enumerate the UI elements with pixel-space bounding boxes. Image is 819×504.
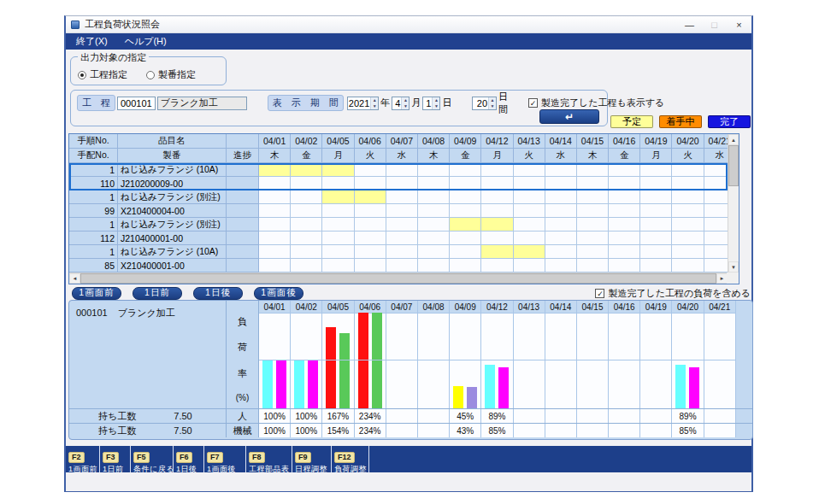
schedule-cell[interactable] bbox=[259, 163, 291, 177]
schedule-cell[interactable] bbox=[609, 259, 640, 273]
schedule-cell[interactable] bbox=[672, 259, 704, 273]
schedule-cell[interactable] bbox=[672, 177, 704, 190]
step-no-cell[interactable]: 99 bbox=[69, 204, 118, 218]
progress-cell[interactable] bbox=[227, 245, 259, 259]
schedule-cell[interactable] bbox=[514, 163, 545, 177]
step-no-cell[interactable]: 1 bbox=[69, 218, 118, 231]
schedule-cell[interactable] bbox=[672, 218, 704, 231]
schedule-cell[interactable] bbox=[322, 245, 354, 259]
schedule-cell[interactable] bbox=[291, 177, 322, 190]
prev-screen-button[interactable]: 1画面前 bbox=[72, 287, 121, 300]
schedule-cell[interactable] bbox=[577, 163, 609, 177]
scroll-up-icon[interactable]: ▲ bbox=[728, 134, 739, 145]
item-name-cell[interactable]: X210400001-00 bbox=[118, 259, 227, 273]
item-name-cell[interactable]: J210400001-00 bbox=[118, 231, 227, 245]
include-completed-checkbox[interactable]: ✓ 製造完了した工程の負荷を含める bbox=[595, 287, 751, 300]
schedule-cell[interactable] bbox=[418, 231, 450, 245]
schedule-cell[interactable] bbox=[514, 177, 545, 190]
schedule-cell[interactable] bbox=[481, 231, 513, 245]
menu-help[interactable]: ヘルプ(H) bbox=[116, 33, 175, 50]
schedule-cell[interactable] bbox=[322, 163, 354, 177]
schedule-cell[interactable] bbox=[640, 163, 672, 177]
schedule-cell[interactable] bbox=[481, 204, 513, 218]
fkey-f2[interactable]: F21画面前 bbox=[66, 446, 100, 472]
spin-down-icon[interactable]: ▼ bbox=[433, 103, 439, 109]
schedule-cell[interactable] bbox=[577, 177, 609, 190]
schedule-cell[interactable] bbox=[322, 218, 354, 231]
schedule-cell[interactable] bbox=[418, 259, 450, 273]
schedule-cell[interactable] bbox=[386, 177, 418, 190]
schedule-cell[interactable] bbox=[291, 231, 322, 245]
schedule-cell[interactable] bbox=[514, 218, 545, 231]
schedule-cell[interactable] bbox=[355, 163, 386, 177]
schedule-cell[interactable] bbox=[609, 163, 640, 177]
apply-button[interactable]: ↵ bbox=[539, 109, 599, 124]
schedule-cell[interactable] bbox=[545, 259, 577, 273]
schedule-cell[interactable] bbox=[609, 218, 640, 231]
schedule-cell[interactable] bbox=[514, 259, 545, 273]
schedule-cell[interactable] bbox=[322, 177, 354, 190]
spin-up-icon[interactable]: ▲ bbox=[402, 97, 409, 103]
fkey-f9[interactable]: F9日程調整 bbox=[292, 446, 332, 472]
schedule-cell[interactable] bbox=[481, 190, 513, 204]
schedule-cell[interactable] bbox=[291, 163, 322, 177]
progress-cell[interactable] bbox=[227, 177, 259, 190]
horizontal-scrollbar[interactable]: ◄ ► bbox=[69, 273, 728, 284]
spin-up-icon[interactable]: ▲ bbox=[371, 97, 378, 103]
schedule-cell[interactable] bbox=[355, 190, 386, 204]
schedule-cell[interactable] bbox=[450, 218, 481, 231]
item-name-cell[interactable]: ねじ込みフランジ (10A) bbox=[118, 163, 227, 177]
fkey-f6[interactable]: F61日後 bbox=[174, 446, 204, 472]
radio-option[interactable]: 製番指定 bbox=[146, 68, 196, 81]
schedule-cell[interactable] bbox=[640, 177, 672, 190]
year-stepper[interactable]: 2021 ▲▼ bbox=[347, 97, 379, 110]
step-no-cell[interactable]: 1 bbox=[69, 190, 118, 204]
schedule-cell[interactable] bbox=[355, 231, 386, 245]
schedule-cell[interactable] bbox=[514, 190, 545, 204]
schedule-cell[interactable] bbox=[640, 190, 672, 204]
step-no-cell[interactable]: 110 bbox=[69, 177, 118, 190]
spin-down-icon[interactable]: ▼ bbox=[402, 103, 409, 109]
schedule-cell[interactable] bbox=[259, 204, 291, 218]
schedule-cell[interactable] bbox=[545, 190, 577, 204]
schedule-cell[interactable] bbox=[640, 204, 672, 218]
schedule-cell[interactable] bbox=[259, 177, 291, 190]
schedule-cell[interactable] bbox=[322, 190, 354, 204]
schedule-cell[interactable] bbox=[609, 190, 640, 204]
menu-exit[interactable]: 終了(X) bbox=[68, 33, 116, 50]
schedule-cell[interactable] bbox=[450, 231, 481, 245]
schedule-cell[interactable] bbox=[545, 231, 577, 245]
next-screen-button[interactable]: 1画面後 bbox=[254, 287, 303, 300]
schedule-cell[interactable] bbox=[355, 177, 386, 190]
item-name-cell[interactable]: ねじ込みフランジ (10A) bbox=[118, 245, 227, 259]
show-completed-checkbox[interactable]: ✓ 製造完了した工程も表示する bbox=[528, 97, 664, 109]
schedule-cell[interactable] bbox=[259, 218, 291, 231]
progress-cell[interactable] bbox=[227, 231, 259, 245]
schedule-cell[interactable] bbox=[291, 259, 322, 273]
next-day-button[interactable]: 1日後 bbox=[193, 287, 243, 300]
progress-cell[interactable] bbox=[227, 218, 259, 231]
schedule-cell[interactable] bbox=[514, 204, 545, 218]
schedule-cell[interactable] bbox=[322, 204, 354, 218]
schedule-cell[interactable] bbox=[577, 218, 609, 231]
schedule-cell[interactable] bbox=[259, 245, 291, 259]
schedule-cell[interactable] bbox=[672, 245, 704, 259]
schedule-cell[interactable] bbox=[322, 231, 354, 245]
item-name-cell[interactable]: ねじ込みフランジ (別注) bbox=[118, 190, 227, 204]
spin-down-icon[interactable]: ▼ bbox=[489, 103, 496, 109]
schedule-cell[interactable] bbox=[291, 245, 322, 259]
schedule-cell[interactable] bbox=[481, 163, 513, 177]
schedule-cell[interactable] bbox=[577, 245, 609, 259]
schedule-cell[interactable] bbox=[259, 231, 291, 245]
schedule-cell[interactable] bbox=[672, 163, 704, 177]
item-name-cell[interactable]: J210200009-00 bbox=[118, 177, 227, 190]
schedule-cell[interactable] bbox=[418, 177, 450, 190]
schedule-cell[interactable] bbox=[609, 204, 640, 218]
prev-day-button[interactable]: 1日前 bbox=[133, 287, 182, 300]
scroll-down-icon[interactable]: ▼ bbox=[728, 261, 739, 273]
spin-up-icon[interactable]: ▲ bbox=[433, 97, 439, 103]
step-no-cell[interactable]: 85 bbox=[69, 259, 118, 273]
fkey-f3[interactable]: F31日前 bbox=[100, 446, 131, 472]
schedule-cell[interactable] bbox=[481, 259, 513, 273]
schedule-cell[interactable] bbox=[259, 190, 291, 204]
